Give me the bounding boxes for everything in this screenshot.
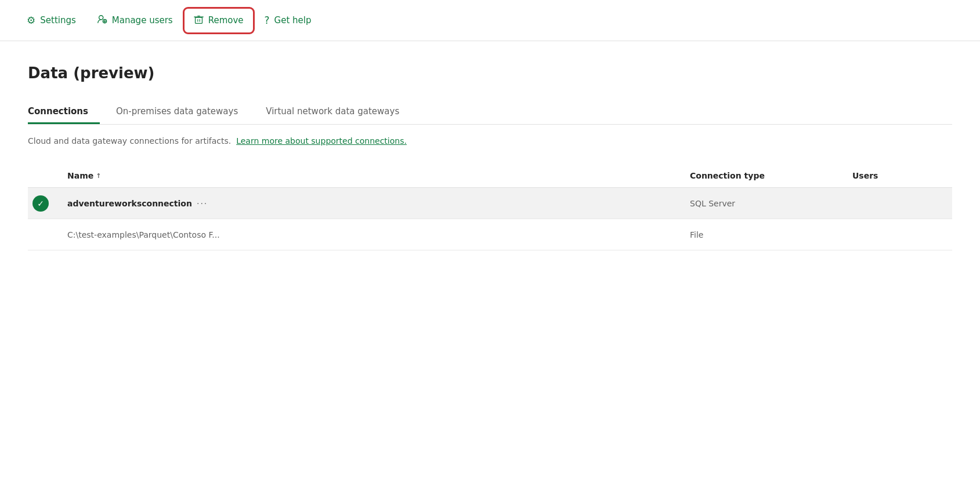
row2-users — [848, 228, 952, 242]
toolbar: ⚙ Settings Manage users Remove — [0, 0, 980, 41]
row1-connection-type: SQL Server — [685, 192, 848, 215]
manage-users-button[interactable]: Manage users — [89, 9, 181, 31]
remove-icon — [194, 14, 204, 27]
svg-rect-4 — [195, 17, 202, 23]
get-help-button[interactable]: ? Get help — [256, 10, 320, 31]
learn-more-link[interactable]: Learn more about supported connections. — [236, 136, 407, 146]
row1-name: adventureworksconnection ··· — [67, 199, 208, 208]
get-help-label: Get help — [274, 15, 312, 26]
tab-connections[interactable]: Connections — [28, 100, 100, 124]
get-help-icon: ? — [265, 14, 270, 26]
table-header: Name ↑ Connection type Users — [28, 164, 952, 188]
table-row[interactable]: C:\test-examples\Parquet\Contoso F... Fi… — [28, 219, 952, 250]
settings-icon: ⚙ — [27, 14, 35, 26]
row2-name-cell: C:\test-examples\Parquet\Contoso F... — [63, 223, 685, 246]
row2-status-cell — [28, 228, 63, 242]
settings-label: Settings — [40, 15, 76, 26]
header-users: Users — [848, 169, 952, 183]
settings-button[interactable]: ⚙ Settings — [19, 10, 84, 31]
connections-table: Name ↑ Connection type Users ✓ adventure… — [28, 164, 952, 250]
tab-virtual-network[interactable]: Virtual network data gateways — [266, 100, 411, 124]
sort-arrow-icon: ↑ — [96, 172, 101, 180]
row2-connection-type: File — [685, 223, 848, 246]
remove-button[interactable]: Remove — [186, 10, 252, 31]
header-connection-type: Connection type — [685, 169, 848, 183]
page-title: Data (preview) — [28, 64, 952, 82]
row1-status-cell: ✓ — [28, 188, 63, 219]
manage-users-label: Manage users — [112, 15, 173, 26]
manage-users-icon — [97, 14, 107, 27]
table-row[interactable]: ✓ adventureworksconnection ··· SQL Serve… — [28, 188, 952, 219]
main-content: Data (preview) Connections On-premises d… — [0, 41, 980, 274]
remove-label: Remove — [208, 15, 244, 26]
status-connected-icon: ✓ — [32, 195, 49, 212]
header-name[interactable]: Name ↑ — [63, 169, 685, 183]
tab-on-premises[interactable]: On-premises data gateways — [116, 100, 249, 124]
tabs-container: Connections On-premises data gateways Vi… — [28, 100, 952, 125]
row1-users — [848, 197, 952, 210]
row1-name-cell: adventureworksconnection ··· — [63, 192, 685, 215]
row2-name: C:\test-examples\Parquet\Contoso F... — [67, 230, 220, 239]
description-text: Cloud and data gateway connections for a… — [28, 136, 952, 146]
svg-point-0 — [99, 16, 103, 20]
header-icon — [28, 169, 63, 183]
row1-menu-dots[interactable]: ··· — [197, 199, 208, 208]
